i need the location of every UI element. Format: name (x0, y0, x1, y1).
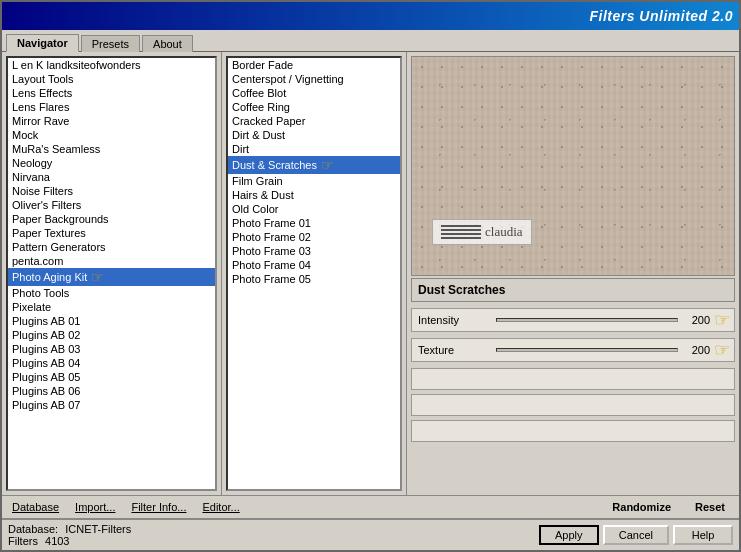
effect-item-10[interactable]: Old Color (228, 202, 400, 216)
texture-slider-area[interactable] (492, 339, 682, 361)
filter-item-21[interactable]: Plugins AB 04 (8, 356, 215, 370)
controls-area: Intensity 200 ☞ Texture (411, 308, 735, 446)
effect-list[interactable]: Border Fade Centerspot / Vignetting Coff… (228, 58, 400, 489)
filter-item-2[interactable]: Lens Effects (8, 86, 215, 100)
effect-item-0[interactable]: Border Fade (228, 58, 400, 72)
cancel-button[interactable]: Cancel (603, 525, 669, 545)
empty-row-3 (411, 420, 735, 442)
preview-info-bar: Dust Scratches (411, 278, 735, 302)
intensity-value-area: 200 ☞ (682, 309, 734, 331)
filter-item-12[interactable]: Paper Textures (8, 226, 215, 240)
effect-item-8[interactable]: Film Grain (228, 174, 400, 188)
filter-item-20[interactable]: Plugins AB 03 (8, 342, 215, 356)
filter-item-13[interactable]: Pattern Generators (8, 240, 215, 254)
filter-item-17[interactable]: Pixelate (8, 300, 215, 314)
filter-item-1[interactable]: Layout Tools (8, 72, 215, 86)
filter-item-22[interactable]: Plugins AB 05 (8, 370, 215, 384)
effect-item-5[interactable]: Dirt & Dust (228, 128, 400, 142)
empty-row-1 (411, 368, 735, 390)
filters-value: 4103 (45, 535, 69, 547)
effect-item-1[interactable]: Centerspot / Vignetting (228, 72, 400, 86)
bottom-toolbar: Database Import... Filter Info... Editor… (2, 495, 739, 518)
editor-button[interactable]: Editor... (198, 499, 243, 515)
main-window: Filters Unlimited 2.0 Navigator Presets … (0, 0, 741, 552)
effect-item-9[interactable]: Hairs & Dust (228, 188, 400, 202)
database-label: Database: (8, 523, 58, 535)
middle-panel: Border Fade Centerspot / Vignetting Coff… (222, 52, 407, 495)
filter-item-8[interactable]: Nirvana (8, 170, 215, 184)
status-info: Database: ICNET-Filters Filters 4103 (8, 523, 539, 547)
status-bar: Database: ICNET-Filters Filters 4103 App… (2, 518, 739, 550)
effect-list-container: Border Fade Centerspot / Vignetting Coff… (226, 56, 402, 491)
filter-item-14[interactable]: penta.com (8, 254, 215, 268)
intensity-hand-icon: ☞ (714, 309, 730, 331)
intensity-row: Intensity 200 ☞ (411, 308, 735, 332)
empty-row-2 (411, 394, 735, 416)
filter-item-16[interactable]: Photo Tools (8, 286, 215, 300)
tab-about[interactable]: About (142, 35, 193, 52)
texture-hand-icon: ☞ (714, 339, 730, 361)
effect-item-12[interactable]: Photo Frame 02 (228, 230, 400, 244)
texture-value: 200 (682, 344, 710, 356)
filter-item-0[interactable]: L en K landksiteofwonders (8, 58, 215, 72)
filter-item-10[interactable]: Oliver's Filters (8, 198, 215, 212)
intensity-slider-track[interactable] (496, 318, 678, 322)
effect-item-4[interactable]: Cracked Paper (228, 114, 400, 128)
filter-item-6[interactable]: MuRa's Seamless (8, 142, 215, 156)
effect-item-14[interactable]: Photo Frame 04 (228, 258, 400, 272)
title-bar: Filters Unlimited 2.0 (2, 2, 739, 30)
database-value: ICNET-Filters (65, 523, 131, 535)
import-button[interactable]: Import... (71, 499, 119, 515)
reset-button[interactable]: Reset (687, 499, 733, 515)
watermark-lines (441, 225, 481, 239)
left-panel: L en K landksiteofwonders Layout Tools L… (2, 52, 222, 495)
filter-item-4[interactable]: Mirror Rave (8, 114, 215, 128)
filter-item-7[interactable]: Neology (8, 156, 215, 170)
filter-item-9[interactable]: Noise Filters (8, 184, 215, 198)
apply-wrapper: Apply (539, 525, 599, 545)
watermark-line-1 (441, 225, 481, 227)
effect-item-11[interactable]: Photo Frame 01 (228, 216, 400, 230)
preview-effect-name: Dust Scratches (418, 283, 728, 297)
filters-label: Filters (8, 535, 38, 547)
filter-item-5[interactable]: Mock (8, 128, 215, 142)
effect-item-2[interactable]: Coffee Blot (228, 86, 400, 100)
effect-arrow-icon: ☞ (321, 157, 334, 173)
filter-item-24[interactable]: Plugins AB 07 (8, 398, 215, 412)
filter-item-23[interactable]: Plugins AB 06 (8, 384, 215, 398)
filter-item-15[interactable]: Photo Aging Kit ☞ (8, 268, 215, 286)
preview-image: claudia (411, 56, 735, 276)
watermark-line-2 (441, 229, 481, 231)
filter-item-18[interactable]: Plugins AB 01 (8, 314, 215, 328)
filter-item-3[interactable]: Lens Flares (8, 100, 215, 114)
app-title: Filters Unlimited 2.0 (589, 8, 733, 24)
help-button[interactable]: Help (673, 525, 733, 545)
tab-presets[interactable]: Presets (81, 35, 140, 52)
texture-label: Texture (412, 344, 492, 356)
main-content: L en K landksiteofwonders Layout Tools L… (2, 52, 739, 495)
effect-item-6[interactable]: Dirt (228, 142, 400, 156)
effect-item-13[interactable]: Photo Frame 03 (228, 244, 400, 258)
effect-item-7[interactable]: Dust & Scratches ☞ (228, 156, 400, 174)
apply-button[interactable]: Apply (539, 525, 599, 545)
filter-info-button[interactable]: Filter Info... (127, 499, 190, 515)
tabs-bar: Navigator Presets About (2, 30, 739, 52)
intensity-slider-area[interactable] (492, 309, 682, 331)
effect-item-3[interactable]: Coffee Ring (228, 100, 400, 114)
effect-item-15[interactable]: Photo Frame 05 (228, 272, 400, 286)
texture-value-area: 200 ☞ (682, 339, 734, 361)
texture-slider-track[interactable] (496, 348, 678, 352)
filter-list[interactable]: L en K landksiteofwonders Layout Tools L… (8, 58, 215, 489)
watermark-text: claudia (485, 224, 523, 240)
tab-navigator[interactable]: Navigator (6, 34, 79, 52)
right-panel: claudia Dust Scratches Intensity 200 ☞ (407, 52, 739, 495)
randomize-button[interactable]: Randomize (604, 499, 679, 515)
status-buttons: Apply Cancel Help (539, 525, 733, 545)
database-button[interactable]: Database (8, 499, 63, 515)
filter-item-19[interactable]: Plugins AB 02 (8, 328, 215, 342)
preview-watermark: claudia (432, 219, 532, 245)
intensity-value: 200 (682, 314, 710, 326)
texture-row: Texture 200 ☞ (411, 338, 735, 362)
watermark-line-3 (441, 233, 481, 235)
filter-item-11[interactable]: Paper Backgrounds (8, 212, 215, 226)
